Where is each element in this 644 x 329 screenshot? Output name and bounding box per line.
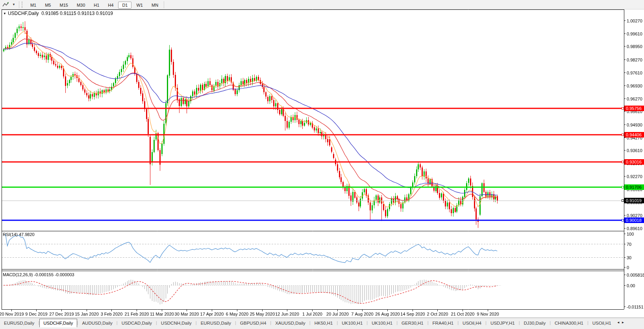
chart-tab-usoil-h1[interactable]: USOil,H1 <box>588 319 615 327</box>
timeframe-buttons: M1M5M15M30H1H4D1W1MN <box>26 1 163 8</box>
timeframe-button-M1[interactable]: M1 <box>26 2 40 9</box>
tab-scroll-right-icon[interactable]: ► <box>622 321 626 324</box>
chart-tab-bar: EURUSD,Daily|USDCHF,Daily|AUDUSD,Daily|U… <box>0 318 644 329</box>
chart-ohlc-quote: 0.91085 0.91115 0.91013 0.91019 <box>41 11 113 16</box>
timeframe-button-M15[interactable]: M15 <box>56 2 72 9</box>
trading-app-window: ▼ M1M5M15M30H1H4D1W1MN ▼USDCHF,Daily 0.9… <box>0 0 644 329</box>
timeframe-button-D1[interactable]: D1 <box>118 2 131 9</box>
timeframe-toolbar: ▼ M1M5M15M30H1H4D1W1MN <box>0 0 644 9</box>
chart-tab-audusd-daily[interactable]: AUDUSD,Daily <box>78 319 116 327</box>
chevron-down-icon[interactable]: ▼ <box>10 3 18 6</box>
toolbar-grip-handle[interactable] <box>22 2 24 8</box>
chart-tab-usdcnh-daily[interactable]: USDCNH,Daily <box>157 319 196 327</box>
timeframe-button-W1[interactable]: W1 <box>132 2 147 9</box>
chart-tabs: EURUSD,Daily|USDCHF,Daily|AUDUSD,Daily|U… <box>0 319 615 327</box>
tab-scroll-arrows: ◄► <box>617 319 626 327</box>
chart-tab-dj30-daily[interactable]: DJ30,Daily <box>520 319 550 327</box>
chart-tab-uk100-h1[interactable]: UK100,H1 <box>338 319 366 327</box>
chart-tab-hk50-h1[interactable]: HK50,H1 <box>311 319 337 327</box>
chart-window-title: ▼USDCHF,Daily 0.91085 0.91115 0.91013 0.… <box>3 11 113 16</box>
chart-tab-china300-h1[interactable]: CHINA300,H1 <box>551 319 587 327</box>
chart-tab-ger30-h1[interactable]: GER30,H1 <box>398 319 427 327</box>
chart-tab-usdchf-daily[interactable]: USDCHF,Daily <box>39 319 77 327</box>
chart-tab-eurusd-daily[interactable]: EURUSD,Daily <box>197 319 235 327</box>
price-chart-canvas[interactable] <box>0 9 644 318</box>
tab-scroll-left-icon[interactable]: ◄ <box>617 321 622 324</box>
timeframe-button-M5[interactable]: M5 <box>41 2 55 9</box>
timeframe-button-H4[interactable]: H4 <box>104 2 117 9</box>
chart-menu-caret-icon[interactable]: ▼ <box>3 12 6 15</box>
chart-tab-usoil-h4[interactable]: USOil,H4 <box>459 319 485 327</box>
chart-tab-usdjpy-h1[interactable]: USDJPY,H1 <box>487 319 519 327</box>
timeframe-button-H1[interactable]: H1 <box>90 2 103 9</box>
chart-tab-uk100-h1[interactable]: UK100,H1 <box>368 319 396 327</box>
chart-tab-gbpusd-h4[interactable]: GBPUSD,H4 <box>236 319 270 327</box>
macd-indicator-label: MACD(12,26,9) -0.000155 -0.000003 <box>3 272 74 277</box>
rsi-indicator-label: RSI(14) 47.9820 <box>3 232 35 237</box>
toolbar-separator <box>164 1 164 8</box>
chart-tab-usdcad-daily[interactable]: USDCAD,Daily <box>118 319 156 327</box>
chart-symbol-period: USDCHF,Daily <box>8 11 39 16</box>
toolbar-separator <box>19 1 19 8</box>
timeframe-button-M30[interactable]: M30 <box>73 2 89 9</box>
chart-tab-xauusd-daily[interactable]: XAUUSD,Daily <box>271 319 309 327</box>
line-studies-icon[interactable] <box>1 1 10 8</box>
timeframe-button-MN[interactable]: MN <box>148 2 162 9</box>
chart-tab-eurusd-daily[interactable]: EURUSD,Daily <box>0 319 38 327</box>
chart-tab-fra40-h1[interactable]: FRA40,H1 <box>429 319 458 327</box>
